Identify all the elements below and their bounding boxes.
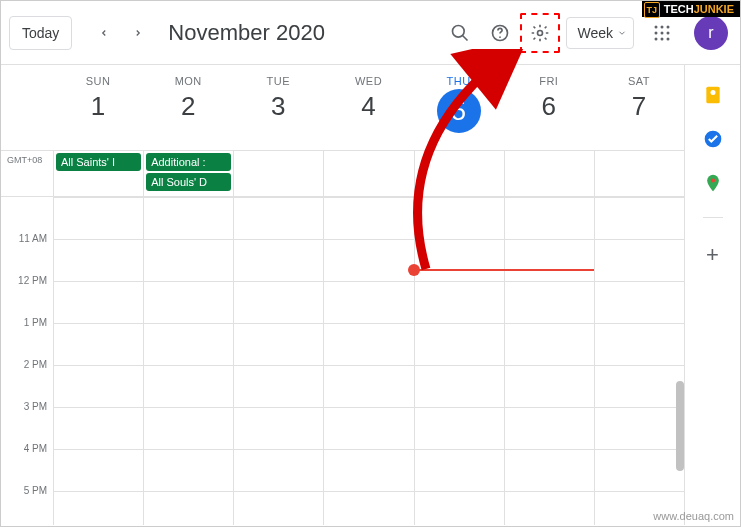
hour-row[interactable]: 3 PM xyxy=(1,407,684,449)
hour-cell[interactable] xyxy=(504,281,594,323)
allday-cell-tue[interactable] xyxy=(233,151,323,196)
tasks-icon[interactable] xyxy=(703,129,723,149)
time-grid[interactable]: 11 AM12 PM1 PM2 PM3 PM4 PM5 PM6 PM xyxy=(1,197,684,525)
hour-cell[interactable] xyxy=(53,365,143,407)
hour-row[interactable]: 2 PM xyxy=(1,365,684,407)
prev-week-button[interactable] xyxy=(90,19,118,47)
hour-cell[interactable] xyxy=(414,239,504,281)
techjunkie-watermark: TJ TECHJUNKIE xyxy=(642,1,740,17)
allday-cell-thu[interactable] xyxy=(414,151,504,196)
hour-cell[interactable] xyxy=(53,239,143,281)
hour-row[interactable]: 5 PM xyxy=(1,491,684,525)
scrollbar-thumb[interactable] xyxy=(676,381,684,471)
hour-cell[interactable] xyxy=(594,365,684,407)
hour-cell[interactable] xyxy=(414,365,504,407)
google-apps-button[interactable] xyxy=(642,13,682,53)
hour-cell[interactable] xyxy=(53,323,143,365)
view-dropdown[interactable]: Week xyxy=(566,17,634,49)
allday-row: GMT+08 All Saints' I Additional : All So… xyxy=(1,151,684,197)
search-button[interactable] xyxy=(440,13,480,53)
day-header-sat[interactable]: SAT 7 xyxy=(594,65,684,150)
hour-cell[interactable] xyxy=(143,365,233,407)
hour-cell[interactable] xyxy=(233,239,323,281)
hour-row[interactable]: 11 AM xyxy=(1,239,684,281)
day-header-wed[interactable]: WED 4 xyxy=(323,65,413,150)
day-header-sun[interactable]: SUN 1 xyxy=(53,65,143,150)
hour-cell[interactable] xyxy=(504,239,594,281)
hour-row[interactable]: 1 PM xyxy=(1,323,684,365)
hour-cell[interactable] xyxy=(53,449,143,491)
hour-cell[interactable] xyxy=(594,281,684,323)
allday-cell-sat[interactable] xyxy=(594,151,684,196)
hour-cell[interactable] xyxy=(414,197,504,239)
help-button[interactable] xyxy=(480,13,520,53)
account-avatar[interactable]: r xyxy=(694,16,728,50)
hour-cell[interactable] xyxy=(323,365,413,407)
hour-cell[interactable] xyxy=(233,365,323,407)
hour-cell[interactable] xyxy=(504,407,594,449)
svg-line-1 xyxy=(463,35,468,40)
settings-button[interactable] xyxy=(520,13,560,53)
allday-cell-mon[interactable]: Additional : All Souls' D xyxy=(143,151,233,196)
hour-cell[interactable] xyxy=(143,449,233,491)
hour-cell[interactable] xyxy=(414,407,504,449)
event-chip[interactable]: All Souls' D xyxy=(146,173,231,191)
hour-cell[interactable] xyxy=(53,281,143,323)
hour-cell[interactable] xyxy=(594,239,684,281)
hour-cell[interactable] xyxy=(323,239,413,281)
hour-cell[interactable] xyxy=(233,281,323,323)
hour-cell[interactable] xyxy=(323,323,413,365)
hour-label: 2 PM xyxy=(1,359,53,401)
hour-cell[interactable] xyxy=(323,407,413,449)
hour-cell[interactable] xyxy=(594,449,684,491)
hour-cell[interactable] xyxy=(233,197,323,239)
hour-cell[interactable] xyxy=(233,323,323,365)
hour-cell[interactable] xyxy=(323,197,413,239)
day-header-fri[interactable]: FRI 6 xyxy=(504,65,594,150)
day-header-thu[interactable]: THU 5 xyxy=(414,65,504,150)
day-header-mon[interactable]: MON 2 xyxy=(143,65,233,150)
hour-cell[interactable] xyxy=(414,449,504,491)
hour-cell[interactable] xyxy=(594,407,684,449)
day-header-tue[interactable]: TUE 3 xyxy=(233,65,323,150)
month-title[interactable]: November 2020 xyxy=(168,20,325,46)
hour-cell[interactable] xyxy=(233,491,323,525)
hour-row[interactable] xyxy=(1,197,684,239)
event-chip[interactable]: Additional : xyxy=(146,153,231,171)
hour-row[interactable]: 12 PM xyxy=(1,281,684,323)
hour-cell[interactable] xyxy=(504,491,594,525)
maps-icon[interactable] xyxy=(703,173,723,193)
hour-cell[interactable] xyxy=(233,407,323,449)
hour-cell[interactable] xyxy=(323,449,413,491)
hour-cell[interactable] xyxy=(594,197,684,239)
hour-cell[interactable] xyxy=(504,365,594,407)
hour-cell[interactable] xyxy=(504,197,594,239)
hour-row[interactable]: 4 PM xyxy=(1,449,684,491)
hour-cell[interactable] xyxy=(143,239,233,281)
event-chip[interactable]: All Saints' I xyxy=(56,153,141,171)
hour-cell[interactable] xyxy=(143,323,233,365)
allday-cell-sun[interactable]: All Saints' I xyxy=(53,151,143,196)
hour-cell[interactable] xyxy=(233,449,323,491)
hour-cell[interactable] xyxy=(323,491,413,525)
hour-cell[interactable] xyxy=(414,491,504,525)
allday-cell-wed[interactable] xyxy=(323,151,413,196)
next-week-button[interactable] xyxy=(124,19,152,47)
keep-icon[interactable] xyxy=(703,85,723,105)
hour-cell[interactable] xyxy=(504,449,594,491)
today-button[interactable]: Today xyxy=(9,16,72,50)
allday-cell-fri[interactable] xyxy=(504,151,594,196)
hour-cell[interactable] xyxy=(414,281,504,323)
hour-cell[interactable] xyxy=(504,323,594,365)
hour-cell[interactable] xyxy=(143,491,233,525)
hour-cell[interactable] xyxy=(143,407,233,449)
hour-cell[interactable] xyxy=(53,197,143,239)
hour-cell[interactable] xyxy=(53,407,143,449)
hour-cell[interactable] xyxy=(414,323,504,365)
hour-cell[interactable] xyxy=(143,281,233,323)
hour-cell[interactable] xyxy=(323,281,413,323)
hour-cell[interactable] xyxy=(143,197,233,239)
hour-cell[interactable] xyxy=(53,491,143,525)
hour-cell[interactable] xyxy=(594,323,684,365)
add-addon-button[interactable]: + xyxy=(706,242,719,268)
